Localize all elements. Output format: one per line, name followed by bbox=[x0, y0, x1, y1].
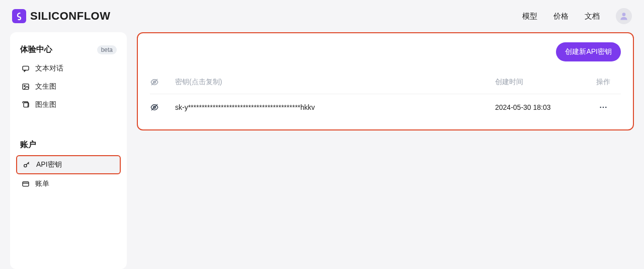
images-icon bbox=[21, 100, 30, 109]
sidebar-item-label: API密钥 bbox=[36, 160, 62, 169]
svg-rect-6 bbox=[23, 182, 29, 186]
create-api-key-button[interactable]: 创建新API密钥 bbox=[556, 42, 621, 61]
avatar[interactable] bbox=[616, 8, 632, 24]
svg-point-12 bbox=[600, 107, 601, 108]
table-header-row: 密钥(点击复制) 创建时间 操作 bbox=[150, 71, 621, 94]
nav-pricing[interactable]: 价格 bbox=[553, 12, 569, 21]
chat-icon bbox=[21, 64, 30, 73]
nav-docs[interactable]: 文档 bbox=[585, 12, 600, 21]
table-row: sk-y************************************… bbox=[150, 94, 621, 120]
sidebar-item-api-keys[interactable]: API密钥 bbox=[16, 155, 121, 174]
more-horizontal-icon bbox=[599, 103, 608, 112]
table-header-actions: 操作 bbox=[586, 78, 621, 87]
user-icon bbox=[619, 11, 629, 21]
brand-logo[interactable]: SILICONFLOW bbox=[12, 9, 110, 23]
svg-rect-1 bbox=[23, 66, 29, 70]
sidebar-item-label: 文生图 bbox=[35, 82, 56, 91]
api-keys-table: 密钥(点击复制) 创建时间 操作 sk-y* bbox=[150, 71, 621, 120]
svg-point-14 bbox=[605, 107, 607, 108]
svg-point-3 bbox=[24, 85, 26, 87]
header-nav: 模型 价格 文档 bbox=[522, 8, 632, 24]
sidebar-item-label: 图生图 bbox=[35, 100, 56, 109]
image-icon bbox=[21, 82, 30, 91]
sidebar-section-experience: 体验中心 beta bbox=[16, 44, 121, 60]
sidebar-section-account: 账户 bbox=[16, 140, 121, 155]
sidebar-item-label: 账单 bbox=[35, 179, 49, 188]
toggle-visibility-button[interactable] bbox=[150, 103, 159, 112]
sidebar-item-billing[interactable]: 账单 bbox=[16, 175, 121, 192]
sidebar-section-title-account: 账户 bbox=[20, 140, 36, 150]
table-header-created: 创建时间 bbox=[495, 78, 586, 87]
sidebar-section-title-experience: 体验中心 bbox=[20, 44, 52, 55]
api-keys-panel: 创建新API密钥 密钥(点击复制) 创建时间 bbox=[137, 32, 634, 130]
logo-icon bbox=[12, 9, 26, 23]
sidebar-item-text-chat[interactable]: 文本对话 bbox=[16, 60, 121, 77]
header: SILICONFLOW 模型 价格 文档 bbox=[0, 0, 644, 32]
api-key-value[interactable]: sk-y************************************… bbox=[175, 103, 495, 111]
svg-point-13 bbox=[603, 107, 604, 108]
key-icon bbox=[22, 160, 31, 169]
nav-models[interactable]: 模型 bbox=[522, 12, 537, 21]
sidebar-item-image-to-image[interactable]: 图生图 bbox=[16, 96, 121, 113]
eye-off-icon bbox=[150, 78, 159, 87]
sidebar-item-label: 文本对话 bbox=[35, 64, 63, 73]
api-key-created-at: 2024-05-30 18:03 bbox=[495, 103, 586, 111]
table-header-key: 密钥(点击复制) bbox=[175, 78, 495, 87]
svg-point-5 bbox=[24, 164, 27, 167]
sidebar: 体验中心 beta 文本对话 文生图 bbox=[10, 32, 127, 269]
brand-name: SILICONFLOW bbox=[30, 10, 110, 23]
main-content: 创建新API密钥 密钥(点击复制) 创建时间 bbox=[137, 32, 634, 269]
svg-point-0 bbox=[622, 13, 626, 16]
sidebar-item-text-to-image[interactable]: 文生图 bbox=[16, 78, 121, 95]
row-actions-button[interactable] bbox=[597, 101, 609, 113]
beta-badge: beta bbox=[97, 45, 117, 54]
card-icon bbox=[21, 179, 30, 188]
